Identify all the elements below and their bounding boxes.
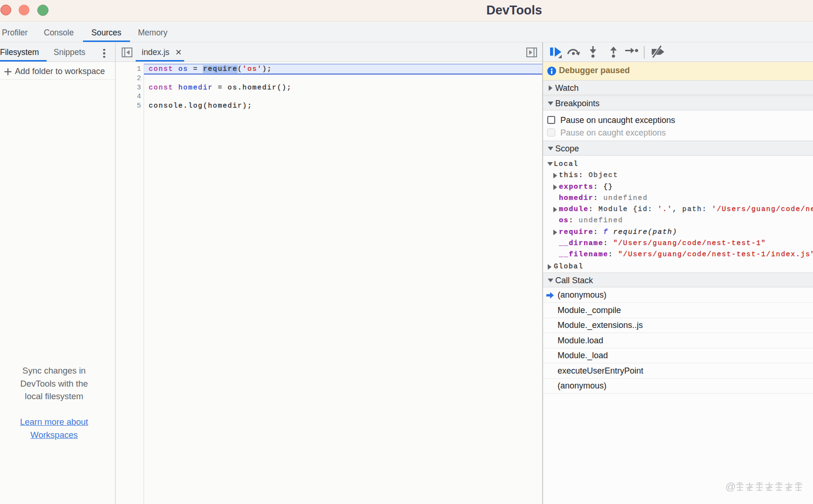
- svg-text:@: @: [725, 481, 736, 492]
